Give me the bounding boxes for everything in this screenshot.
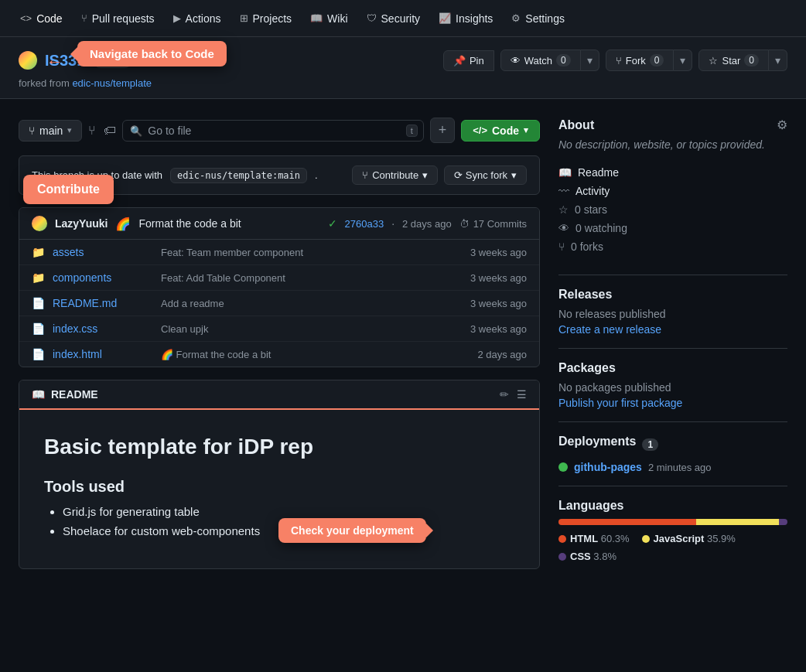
table-row: 📄 README.md Add a readme 3 weeks ago — [19, 291, 539, 316]
nav-code[interactable]: <> Code — [12, 8, 70, 29]
branch-selector[interactable]: ⑂ main ▾ — [19, 120, 82, 142]
readme-book-icon: 📖 — [32, 388, 45, 401]
nav-settings[interactable]: ⚙ Settings — [504, 8, 572, 29]
css-label: CSS 3.8% — [570, 551, 616, 562]
list-item: Grid.js for generating table — [63, 505, 514, 518]
watching-link-icon: 👁 — [558, 222, 569, 234]
publish-package-link[interactable]: Publish your first package — [558, 397, 787, 409]
nav-insights[interactable]: 📈 Insights — [431, 8, 500, 29]
language-item-js[interactable]: JavaScript 35.9% — [642, 533, 736, 544]
nav-pull-requests[interactable]: ⑂ Pull requests — [73, 8, 162, 29]
nav-security[interactable]: 🛡 Security — [359, 8, 429, 29]
plus-icon: + — [439, 122, 447, 138]
js-dot — [642, 535, 650, 543]
activity-link-label: Activity — [575, 185, 610, 197]
star-dropdown[interactable]: ▾ — [769, 49, 787, 71]
fork-count: 0 — [650, 54, 664, 67]
language-item-html[interactable]: HTML 60.3% — [558, 533, 630, 544]
file-time: 3 weeks ago — [470, 298, 527, 309]
deploy-name[interactable]: github-pages — [574, 461, 642, 473]
file-icon: 📄 — [32, 297, 45, 309]
branches-icon[interactable]: ⑂ — [88, 124, 96, 138]
about-section: About ⚙ No description, website, or topi… — [558, 118, 787, 256]
watching-count: 0 watching — [575, 222, 627, 234]
nav-projects[interactable]: ⊞ Projects — [232, 8, 300, 29]
file-commit: 🌈 Format the code a bit — [161, 349, 470, 360]
file-name[interactable]: components — [53, 271, 153, 284]
commits-icon: ⏱ — [459, 218, 470, 230]
table-row: 📄 index.css Clean upjk 3 weeks ago — [19, 316, 539, 342]
file-name[interactable]: README.md — [53, 297, 153, 309]
file-name[interactable]: assets — [53, 246, 153, 258]
forked-from-link[interactable]: edic-nus/template — [72, 77, 152, 89]
about-link-activity[interactable]: 〰 Activity — [558, 182, 787, 200]
nav-actions[interactable]: ▶ Actions — [166, 8, 229, 29]
deployments-title: Deployments — [558, 435, 636, 449]
readme-edit-icon[interactable]: ✏ — [500, 388, 509, 401]
main-content: ⑂ main ▾ ⑂ 🏷 🔍 t + </> — [0, 99, 806, 588]
tags-icon[interactable]: 🏷 — [104, 124, 116, 138]
about-header: About ⚙ — [558, 118, 787, 132]
contribute-icon: ⑂ — [362, 169, 368, 181]
file-time: 3 weeks ago — [470, 247, 527, 258]
code-button[interactable]: </> Code ▾ — [461, 120, 540, 142]
table-row: 📄 index.html 🌈 Format the code a bit 2 d… — [19, 342, 539, 367]
pin-button[interactable]: 📌 Pin — [443, 50, 494, 71]
pin-group: 📌 Pin — [443, 50, 494, 71]
html-dot — [558, 535, 566, 543]
css-dot — [558, 553, 566, 561]
packages-section: Packages No packages published Publish y… — [558, 361, 787, 409]
security-icon: 🛡 — [367, 12, 377, 24]
about-link-watching[interactable]: 👁 0 watching — [558, 219, 787, 237]
insights-icon: 📈 — [439, 12, 451, 24]
pin-icon: 📌 — [453, 55, 466, 67]
sync-fork-button[interactable]: ⟳ Sync fork ▾ — [444, 165, 527, 185]
forks-link-icon: ⑂ — [558, 240, 565, 253]
file-commit: Add a readme — [161, 298, 463, 309]
about-link-forks[interactable]: ⑂ 0 forks — [558, 237, 787, 256]
languages-bar — [558, 519, 787, 525]
star-count: 0 — [744, 54, 759, 67]
nav-wiki[interactable]: 📖 Wiki — [302, 8, 355, 29]
file-name[interactable]: index.css — [53, 322, 153, 335]
repo-avatar — [19, 51, 37, 70]
commits-link[interactable]: ⏱ 17 Commits — [459, 218, 527, 230]
watch-button[interactable]: 👁 Watch 0 — [500, 49, 581, 71]
check-deploy-tooltip: Check your deployment — [278, 518, 426, 543]
star-icon: ☆ — [709, 55, 718, 67]
readme-list-icon[interactable]: ☰ — [517, 388, 527, 401]
search-icon: 🔍 — [130, 125, 142, 136]
code-button-group: </> Code ▾ — [461, 120, 540, 142]
code-icon: <> — [20, 12, 32, 24]
about-title: About — [558, 118, 594, 132]
star-button[interactable]: ☆ Star 0 — [698, 49, 769, 71]
fork-icon: ⑂ — [616, 55, 622, 67]
deployments-header: Deployments 1 — [558, 435, 787, 455]
commit-hash[interactable]: 2760a33 — [345, 218, 384, 230]
about-link-stars[interactable]: ☆ 0 stars — [558, 200, 787, 219]
readme-tools-heading: Tools used — [44, 478, 514, 496]
file-name[interactable]: index.html — [53, 348, 153, 360]
file-icon: 📄 — [32, 348, 45, 360]
fork-dropdown[interactable]: ▾ — [674, 49, 692, 71]
add-file-button[interactable]: + — [430, 118, 456, 143]
contribute-chevron: ▾ — [422, 169, 428, 181]
divider-releases — [558, 275, 787, 275]
about-link-readme[interactable]: 📖 Readme — [558, 163, 787, 182]
navigate-arrow: ← — [46, 52, 63, 72]
about-settings-icon[interactable]: ⚙ — [777, 118, 787, 132]
contribute-button[interactable]: ⑂ Contribute ▾ — [352, 165, 438, 185]
watch-dropdown[interactable]: ▾ — [581, 49, 599, 71]
goto-file-input[interactable] — [122, 120, 423, 142]
language-item-css[interactable]: CSS 3.8% — [558, 551, 616, 562]
file-commit: Feat: Add Table Component — [161, 272, 463, 284]
languages-title: Languages — [558, 499, 787, 513]
releases-description: No releases published — [558, 308, 787, 320]
releases-title: Releases — [558, 288, 787, 302]
css-bar — [779, 519, 787, 525]
divider-packages — [558, 348, 787, 349]
create-release-link[interactable]: Create a new release — [558, 323, 787, 336]
folder-icon: 📁 — [32, 246, 45, 258]
readme-title: 📖 README — [32, 388, 98, 401]
fork-button[interactable]: ⑂ Fork 0 — [606, 49, 675, 71]
